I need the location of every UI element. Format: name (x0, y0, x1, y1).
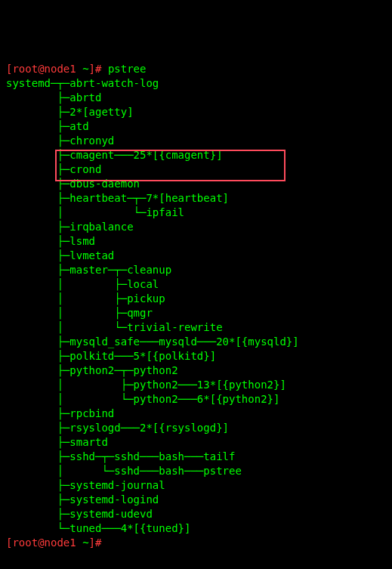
tree-line: │ └─python2───6*[{python2}] (6, 393, 279, 405)
tree-line: ├─2*[agetty] (6, 106, 134, 118)
tree-line: ├─systemd-logind (6, 493, 159, 506)
tree-line: ├─smartd (6, 436, 108, 448)
tree-line: ├─lvmetad (6, 249, 114, 261)
prompt-path: ~ (76, 537, 89, 549)
tree-line: │ ├─pickup (6, 292, 165, 305)
tree-line: ├─irqbalance (6, 221, 134, 233)
tree-line: ├─systemd-journal (6, 479, 165, 491)
tree-line: │ ├─local (6, 278, 159, 290)
tree-line: │ ├─qmgr (6, 307, 153, 319)
tree-line: ├─cmagent───25*[{cmagent}] (6, 149, 223, 161)
tree-line: ├─systemd-udevd (6, 508, 153, 520)
tree-line: ├─dbus-daemon (6, 178, 140, 190)
tree-line: ├─python2─┬─python2 (6, 364, 178, 376)
tree-line: │ └─trivial-rewrite (6, 321, 223, 333)
tree-line: ├─abrtd (6, 91, 101, 104)
tree-line: ├─sshd─┬─sshd───bash───tailf (6, 450, 235, 462)
tree-line: ├─atd (6, 120, 89, 132)
tree-line: └─tuned───4*[{tuned}] (6, 522, 190, 534)
tree-line-heartbeat: ├─heartbeat─┬─7*[heartbeat] (6, 192, 229, 204)
tree-line: ├─lsmd (6, 235, 95, 247)
prompt-user-host: root@node1 (12, 537, 76, 549)
terminal-output: [root@node1 ~]# pstree systemd─┬─abrt-wa… (6, 62, 386, 550)
prompt-path: ~ (76, 63, 89, 75)
command-text[interactable]: pstree (101, 63, 146, 75)
tree-line: ├─crond (6, 163, 101, 175)
tree-line: systemd─┬─abrt-watch-log (6, 77, 159, 89)
tree-line: ├─rsyslogd───2*[{rsyslogd}] (6, 422, 229, 434)
tree-line: ├─chronyd (6, 135, 114, 147)
tree-line: ├─mysqld_safe───mysqld───20*[{mysqld}] (6, 336, 299, 348)
tree-line: │ ├─python2───13*[{python2}] (6, 379, 286, 391)
tree-line: ├─master─┬─cleanup (6, 264, 171, 276)
prompt-user-host: root@node1 (12, 63, 76, 75)
tree-line: │ └─sshd───bash───pstree (6, 465, 242, 477)
tree-line: ├─polkitd───5*[{polkitd}] (6, 350, 216, 362)
tree-line-ipfail: │ └─ipfail (6, 206, 184, 218)
command-input-empty[interactable] (101, 537, 107, 549)
prompt-bracket-close: ]# (89, 63, 102, 75)
prompt-bracket-close: ]# (89, 537, 102, 549)
tree-line: ├─rpcbind (6, 407, 114, 419)
